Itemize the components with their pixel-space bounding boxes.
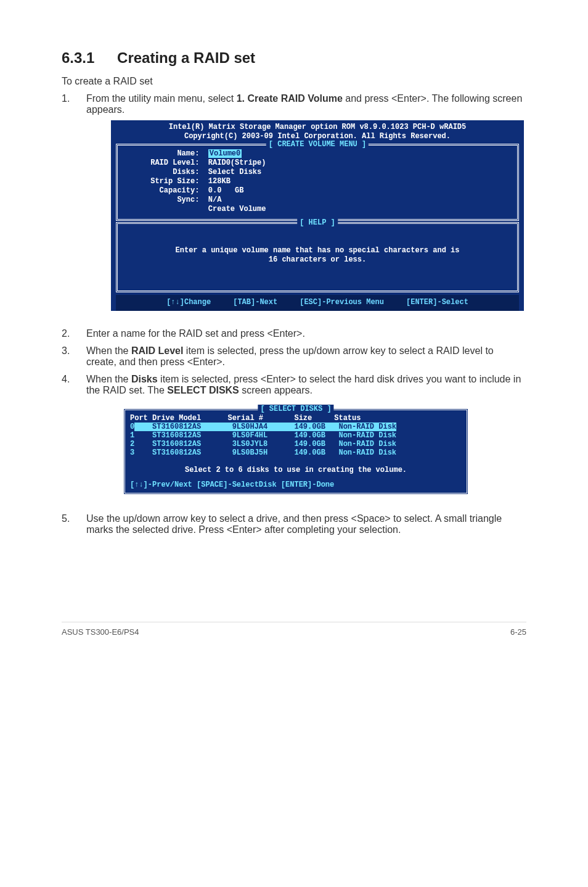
bios-key-hints: [↑↓]Change [TAB]-Next [ESC]-Previous Men… [116,295,519,311]
page-footer: ASUS TS300-E6/PS4 6-25 [62,622,526,637]
help-legend: [ HELP ] [297,218,338,228]
disk-row: 3 ST3160812AS 9LS0BJ5H 149.0GB Non-RAID … [130,448,462,457]
footer-right: 6-25 [510,627,526,637]
step3-prefix: When the [86,345,131,356]
select-disks-panel: [ SELECT DISKS ] Port Drive Model Serial… [123,408,468,495]
disk-row: 1 ST3160812AS 9LS0F4HL 149.0GB Non-RAID … [130,431,462,440]
step1-bold: 1. Create RAID Volume [237,93,343,104]
field-name: Name: Volume0 [124,149,511,159]
disk-select-msg: Select 2 to 6 disks to use in creating t… [130,466,462,474]
create-volume-panel: [ CREATE VOLUME MENU ] Name: Volume0 RAI… [116,144,519,221]
field-disks: Disks: Select Disks [124,168,511,177]
help-line-2: 16 characters or less. [130,255,505,265]
disk-nav-hints: [↑↓]-Prev/Next [SPACE]-SelectDisk [ENTER… [130,481,462,489]
disk-row: 2 ST3160812AS 3LS0JYL8 149.0GB Non-RAID … [130,440,462,448]
step4-bold1: Disks [131,374,158,384]
field-name-value: Volume0 [208,149,242,158]
section-number: 6.3.1 [62,49,94,66]
step-2: 2. Enter a name for the RAID set and pre… [62,328,526,339]
step2-text: Enter a name for the RAID set and press … [86,328,526,339]
help-panel: [ HELP ] Enter a unique volume name that… [116,222,519,292]
disk-row-selected: 0 ST3160812AS 9LS0HJA4 149.0GB Non-RAID … [130,423,462,431]
step-5: 5. Use the up/down arrow key to select a… [62,513,526,535]
help-text: Enter a unique volume name that has no s… [124,228,511,286]
create-volume-legend: [ CREATE VOLUME MENU ] [266,140,369,149]
disk-header: Port Drive Model Serial # Size Status [130,414,462,423]
step3-bold: RAID Level [131,345,183,356]
step-marker: 5. [62,513,86,535]
footer-left: ASUS TS300-E6/PS4 [62,627,139,637]
step5-text: Use the up/down arrow key to select a dr… [86,513,526,535]
step-1: 1. From the utility main menu, select 1.… [62,93,526,322]
step-3: 3. When the RAID Level item is selected,… [62,345,526,368]
step-marker: 2. [62,328,86,339]
field-sync: Sync: N/A [124,196,511,205]
field-strip-size: Strip Size: 128KB [124,177,511,186]
step4-suffix: screen appears. [239,385,312,395]
step-marker: 3. [62,345,86,368]
step-4: 4. When the Disks item is selected, pres… [62,374,526,507]
select-disks-legend: [ SELECT DISKS ] [258,405,333,413]
section-heading: 6.3.1 Creating a RAID set [62,49,526,67]
step4-bold2: SELECT DISKS [167,385,239,395]
field-create: Create Volume [124,205,511,214]
intro-text: To create a RAID set [62,76,526,87]
field-capacity: Capacity: 0.0 GB [124,186,511,196]
instruction-list: 1. From the utility main menu, select 1.… [62,93,526,535]
step-marker: 1. [62,93,86,322]
step-marker: 4. [62,374,86,507]
help-line-1: Enter a unique volume name that has no s… [130,246,505,255]
section-title: Creating a RAID set [117,49,255,66]
step1-prefix: From the utility main menu, select [86,93,237,104]
disk-row-highlight: ST3160812AS 9LS0HJA4 149.0GB Non-RAID Di… [134,423,396,431]
bios-screen-create-volume: Intel(R) Matrix Storage Manager option R… [111,120,524,311]
step4-prefix: When the [86,374,131,384]
bios-title-1: Intel(R) Matrix Storage Manager option R… [111,123,524,132]
bios-title-block: Intel(R) Matrix Storage Manager option R… [111,120,524,142]
field-raid-level: RAID Level: RAID0(Stripe) [124,159,511,168]
